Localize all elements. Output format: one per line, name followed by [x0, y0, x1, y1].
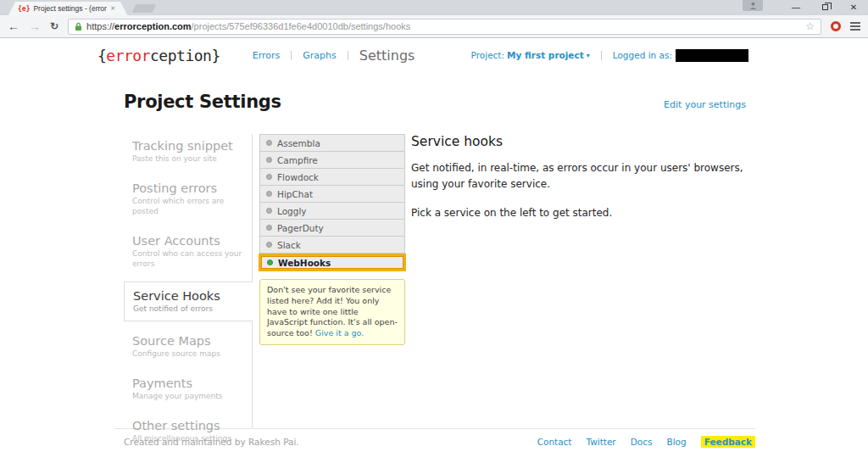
lock-icon: [75, 22, 82, 31]
settings-sidebar: Tracking snippet Paste this on your site…: [124, 134, 253, 428]
page-title: Project Settings: [124, 92, 281, 112]
services-column: Assembla Campfire Flowdock HipChat Loggl…: [259, 134, 405, 428]
service-label: Assembla: [277, 138, 320, 148]
profile-button[interactable]: [743, 0, 763, 11]
footer-link-contact[interactable]: Contact: [537, 437, 572, 447]
service-label: Loggly: [277, 206, 307, 216]
sidebar-item-title: Tracking snippet: [132, 138, 243, 153]
errorception-logo[interactable]: {errorception}: [97, 47, 220, 64]
tab-strip: {e} Project settings - (errorce ✕ — ✕: [0, 0, 868, 15]
service-label: PagerDuty: [277, 223, 324, 233]
main-nav: Errors Graphs Settings: [253, 47, 415, 64]
footer-link-feedback[interactable]: Feedback: [701, 436, 755, 448]
sidebar-item-user-accounts[interactable]: User Accounts Control who can access you…: [124, 229, 252, 274]
service-status-dot-icon: [266, 140, 272, 146]
service-item-hipchat[interactable]: HipChat: [260, 186, 404, 203]
service-item-pagerduty[interactable]: PagerDuty: [260, 220, 404, 237]
content-paragraph-1: Get notified, in real-time, as errors oc…: [411, 160, 751, 192]
settings-main: Tracking snippet Paste this on your site…: [124, 134, 751, 428]
services-list: Assembla Campfire Flowdock HipChat Loggl…: [259, 134, 405, 271]
header-right: Project: My first project ▾ Logged in as…: [471, 49, 748, 62]
service-status-dot-icon: [267, 259, 273, 265]
service-hooks-content: Service hooks Get notified, in real-time…: [411, 134, 751, 428]
service-item-assembla[interactable]: Assembla: [260, 135, 404, 152]
back-button[interactable]: ←: [8, 20, 19, 32]
service-label: HipChat: [277, 189, 313, 199]
service-item-flowdock[interactable]: Flowdock: [260, 169, 404, 186]
redacted-username: [676, 49, 748, 62]
logged-in-label: Logged in as:: [613, 50, 672, 60]
sidebar-item-subtitle: Control who can access your errors: [132, 248, 243, 269]
browser-toolbar: ← → ↻ https://errorception.com/projects/…: [0, 15, 868, 38]
browser-tab[interactable]: {e} Project settings - (errorce ✕: [8, 2, 127, 15]
forward-button[interactable]: →: [29, 20, 41, 32]
reload-button[interactable]: ↻: [50, 20, 58, 32]
url-scheme: https://: [86, 21, 114, 31]
sidebar-item-tracking-snippet[interactable]: Tracking snippet Paste this on your site: [124, 134, 252, 169]
nav-settings[interactable]: Settings: [359, 47, 415, 64]
opera-extension-icon[interactable]: [831, 21, 841, 31]
service-status-dot-icon: [266, 208, 272, 214]
service-item-loggly[interactable]: Loggly: [260, 203, 404, 220]
service-item-campfire[interactable]: Campfire: [260, 152, 404, 169]
address-bar[interactable]: https://errorception.com/projects/575ef9…: [68, 19, 821, 35]
sidebar-item-payments[interactable]: Payments Manage your payments: [124, 371, 252, 406]
service-item-slack[interactable]: Slack: [260, 237, 404, 254]
sidebar-item-title: Posting errors: [132, 181, 243, 196]
nav-graphs[interactable]: Graphs: [303, 50, 336, 61]
service-label: Flowdock: [277, 172, 319, 182]
sidebar-item-subtitle: Get notified of errors: [133, 304, 244, 314]
service-status-dot-icon: [266, 191, 272, 197]
minimize-button[interactable]: —: [782, 0, 810, 14]
sidebar-item-subtitle: Manage your payments: [132, 391, 243, 401]
nav-separator: [291, 51, 292, 60]
sidebar-item-title: Source Maps: [132, 333, 243, 349]
logo-red-part: error: [106, 47, 150, 64]
service-label: Slack: [277, 240, 301, 250]
tab-favicon-icon: {e}: [18, 5, 30, 13]
page-body: {errorception} Errors Graphs Settings Pr…: [0, 44, 868, 463]
footer-link-twitter[interactable]: Twitter: [586, 437, 615, 447]
url-host: errorception.com: [114, 21, 191, 31]
service-item-webhooks-selected[interactable]: WebHooks: [259, 254, 406, 271]
chevron-down-icon[interactable]: ▾: [587, 52, 590, 59]
project-selector[interactable]: My first project: [507, 50, 584, 60]
tab-title: Project settings - (errorce: [33, 4, 107, 13]
content-paragraph-2: Pick a service on the left to get starte…: [411, 205, 751, 221]
service-status-dot-icon: [266, 174, 272, 180]
service-label: WebHooks: [278, 258, 331, 268]
new-tab-button[interactable]: [132, 4, 156, 13]
sidebar-item-title: Other settings: [132, 418, 243, 433]
nav-errors[interactable]: Errors: [253, 50, 281, 61]
url-text: https://errorception.com/projects/575ef9…: [86, 21, 801, 31]
sidebar-item-posting-errors[interactable]: Posting errors Control which errors are …: [124, 176, 252, 221]
restore-icon: [822, 4, 828, 10]
nav-separator: [348, 51, 348, 60]
header-separator: [601, 51, 602, 60]
footer-link-docs[interactable]: Docs: [631, 437, 653, 447]
close-button[interactable]: ✕: [839, 0, 868, 14]
sidebar-item-title: User Accounts: [132, 233, 243, 248]
footer-credit: Created and maintained by Rakesh Pai.: [124, 437, 299, 447]
footer-links: Contact Twitter Docs Blog Feedback: [537, 436, 755, 448]
bookmark-star-icon[interactable]: ☆: [805, 20, 815, 32]
restore-button[interactable]: [810, 0, 839, 14]
sidebar-item-service-hooks[interactable]: Service Hooks Get notified of errors: [124, 282, 253, 321]
logo-rest: ception}: [150, 47, 220, 64]
edit-settings-link[interactable]: Edit your settings: [664, 99, 746, 110]
tab-close-icon[interactable]: ✕: [110, 5, 115, 12]
menu-hamburger-icon[interactable]: [850, 22, 860, 24]
service-status-dot-icon: [266, 225, 272, 231]
service-label: Campfire: [277, 155, 318, 165]
give-it-a-go-link[interactable]: Give it a go.: [315, 328, 364, 337]
title-row: Project Settings Edit your settings: [124, 92, 746, 114]
service-status-dot-icon: [266, 157, 272, 163]
sidebar-item-title: Payments: [132, 376, 243, 391]
sidebar-item-subtitle: Control which errors are posted: [132, 196, 243, 216]
sidebar-item-title: Service Hooks: [133, 288, 244, 304]
sidebar-item-source-maps[interactable]: Source Maps Configure source maps: [124, 329, 252, 364]
site-header: {errorception} Errors Graphs Settings Pr…: [97, 44, 748, 66]
project-label: Project:: [471, 50, 504, 60]
footer-link-blog[interactable]: Blog: [666, 437, 686, 447]
browser-chrome: {e} Project settings - (errorce ✕ — ✕ ← …: [0, 0, 868, 38]
